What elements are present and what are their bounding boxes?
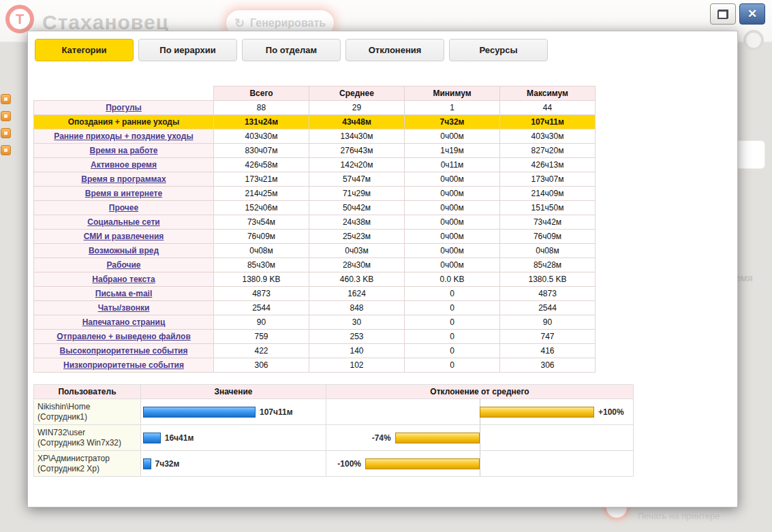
stats-row-link[interactable]: Активное время — [91, 160, 157, 170]
report-tabs: КатегорииПо иерархииПо отделамОтклонения… — [35, 39, 548, 61]
stats-value-cell: 28ч30м — [309, 258, 405, 272]
stats-row-link[interactable]: Прогулы — [106, 103, 142, 112]
stats-row-link[interactable]: Прочее — [109, 203, 138, 213]
value-bar — [143, 458, 151, 469]
stats-value-cell: 30 — [309, 315, 405, 330]
users-header-row: ПользовательЗначениеОтклонение от средне… — [34, 385, 634, 399]
stats-row-label-cell: Чаты/звонки — [34, 301, 214, 315]
stats-value-cell: 44 — [500, 101, 596, 115]
stats-value-cell: 2544 — [214, 301, 309, 315]
stats-value-cell: 0ч00м — [405, 258, 500, 272]
users-row: XP\Администратор(Сотрудник2 Хр)7ч32м-100… — [34, 451, 634, 477]
stats-row-link[interactable]: Социальные сети — [87, 217, 159, 227]
stats-value-cell: 24ч38м — [309, 215, 405, 230]
stats-header-cell: Максимум — [500, 87, 596, 101]
tab-resources[interactable]: Ресурсы — [449, 39, 548, 61]
stats-row-label-cell: Высокоприоритетные события — [34, 344, 214, 358]
stats-row: Ранние приходы + поздние уходы403ч30м134… — [34, 129, 596, 144]
stats-row-label-cell: Возможный вред — [34, 244, 214, 258]
stats-value-cell: 0ч03м — [309, 244, 405, 258]
stats-row-link[interactable]: Время в интернете — [85, 189, 162, 198]
stats-row: Опоздания + ранние уходы131ч24м43ч48м7ч3… — [34, 115, 596, 129]
user-alias: (Сотрудник1) — [37, 412, 137, 422]
stats-row: Время на работе830ч07м276ч43м1ч19м827ч20… — [34, 144, 596, 158]
users-header-cell: Значение — [141, 385, 326, 399]
deviation-bar — [480, 407, 594, 418]
stats-row: Прочее152ч06м50ч42м0ч00м151ч50м — [34, 201, 596, 215]
stats-value-cell: 151ч50м — [500, 201, 596, 215]
stats-value-cell: 253 — [309, 330, 405, 344]
stats-value-cell: 1 — [405, 101, 500, 115]
home-icon[interactable] — [1, 94, 11, 104]
stats-row-label-cell: Напечатано страниц — [34, 315, 214, 330]
user-deviation-cell: -74% — [326, 425, 634, 451]
stats-value-cell: 4873 — [214, 287, 309, 301]
deviation-wrap: +100% — [326, 399, 633, 424]
stats-row: Время в программах173ч21м57ч47м0ч00м173ч… — [34, 172, 596, 187]
user-alias: (Сотрудник2 Хр) — [37, 464, 137, 474]
stats-row-link[interactable]: Письма e-mail — [95, 289, 152, 298]
stats-row: Низкоприоритетные события3061020306 — [34, 358, 596, 373]
tools-mini-icon[interactable] — [1, 145, 11, 155]
stats-value-cell: 173ч07м — [500, 172, 596, 187]
user-deviation-cell: +100% — [326, 399, 634, 425]
stats-corner-cell — [34, 87, 214, 101]
tab-departments[interactable]: По отделам — [242, 39, 341, 61]
deviation-wrap: -74% — [326, 425, 633, 450]
tab-categories[interactable]: Категории — [35, 39, 134, 61]
stats-row-label-cell: Время в интернете — [34, 187, 214, 201]
stats-value-cell: 0 — [405, 344, 500, 358]
stats-row-link[interactable]: Возможный вред — [89, 246, 159, 255]
user-value-label: 107ч11м — [260, 407, 293, 417]
settings-mini-icon[interactable] — [1, 128, 11, 138]
stats-row-link[interactable]: Отправлено + выведено файлов — [57, 332, 191, 341]
stats-row: Активное время426ч58м142ч20м0ч11м426ч13м — [34, 158, 596, 172]
stats-value-cell: 43ч48м — [309, 115, 405, 129]
stats-value-cell: 1ч19м — [405, 144, 500, 158]
category-stats-table: ВсегоСреднееМинимумМаксимумПрогулы882914… — [33, 86, 596, 373]
stats-header-cell: Всего — [214, 87, 309, 101]
stats-row: СМИ и развлечения76ч09м25ч23м0ч00м76ч09м — [34, 230, 596, 244]
tab-hierarchy[interactable]: По иерархии — [138, 39, 237, 61]
user-value-cell: 107ч11м — [141, 399, 326, 425]
stats-value-cell: 152ч06м — [214, 201, 309, 215]
stats-value-cell: 827ч20м — [500, 144, 596, 158]
stats-row-label-cell: Время на работе — [34, 144, 214, 158]
stats-value-cell: 403ч30м — [500, 129, 596, 144]
stats-row-label-cell: Прогулы — [34, 101, 214, 115]
stats-value-cell: 107ч11м — [500, 115, 596, 129]
deviation-axis-line — [480, 451, 480, 476]
home-alt-icon[interactable] — [1, 111, 11, 121]
users-header-cell: Отклонение от среднего — [326, 385, 634, 399]
stats-value-cell: 134ч30м — [309, 129, 405, 144]
stats-value-cell: 416 — [500, 344, 596, 358]
stats-row-link[interactable]: Высокоприоритетные события — [60, 346, 188, 356]
stats-row-link[interactable]: Рабочие — [107, 260, 141, 270]
stats-row-link[interactable]: Чаты/звонки — [98, 303, 150, 313]
sidebar-icon-strip — [1, 94, 12, 162]
stats-row-label-cell: Рабочие — [34, 258, 214, 272]
user-name-cell: WIN732\user(Сотрудник3 Win7x32) — [34, 425, 141, 451]
stats-row-link[interactable]: Набрано текста — [92, 275, 155, 284]
stats-value-cell: 0 — [405, 287, 500, 301]
stats-value-cell: 848 — [309, 301, 405, 315]
stats-row-link[interactable]: Опоздания + ранние уходы — [68, 117, 179, 127]
stats-value-cell: 0ч00м — [405, 230, 500, 244]
user-name-cell: Nikishin\Home(Сотрудник1) — [34, 399, 141, 425]
stats-row-link[interactable]: Низкоприоритетные события — [63, 360, 184, 370]
user-value-cell: 16ч41м — [141, 425, 326, 451]
stats-row-link[interactable]: Напечатано страниц — [82, 317, 166, 327]
stats-row-label-cell: СМИ и развлечения — [34, 230, 214, 244]
window-close-button[interactable]: ✕ — [739, 3, 765, 25]
stats-row-label-cell: Набрано текста — [34, 272, 214, 287]
stats-row-link[interactable]: Время в программах — [81, 174, 166, 184]
stats-row-link[interactable]: Время на работе — [90, 146, 158, 155]
stats-header-cell: Минимум — [405, 87, 500, 101]
window-restore-button[interactable] — [710, 3, 736, 25]
stats-value-cell: 0ч00м — [405, 172, 500, 187]
user-deviation-cell: -100% — [326, 451, 634, 477]
stats-row-link[interactable]: СМИ и развлечения — [84, 232, 164, 241]
stats-row-link[interactable]: Ранние приходы + поздние уходы — [54, 131, 193, 141]
tab-deviations[interactable]: Отклонения — [345, 39, 444, 61]
stats-value-cell: 76ч09м — [214, 230, 309, 244]
